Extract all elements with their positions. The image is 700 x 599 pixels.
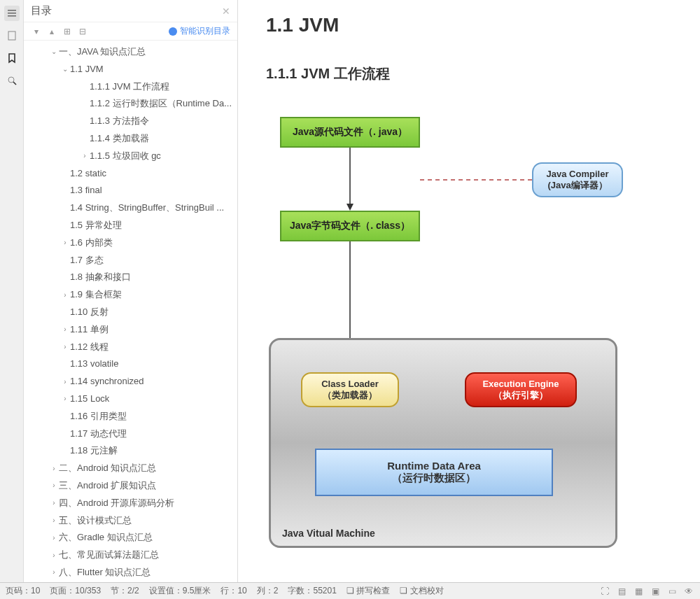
chevron-right-icon[interactable]: › (49, 480, 59, 491)
chevron-down-icon[interactable]: ⌄ (49, 46, 59, 57)
toc-item[interactable]: ›四、Android 开源库源码分析 (24, 495, 237, 512)
chevron-right-icon[interactable]: › (49, 567, 59, 578)
page-icon[interactable] (4, 28, 20, 43)
toc-item-label: 五、设计模式汇总 (59, 514, 132, 528)
toc-item[interactable]: 1.1.2 运行时数据区（Runtime Da... (24, 95, 237, 113)
toc-item[interactable]: 1.2 static (24, 165, 237, 183)
toc-item[interactable]: 1.10 反射 (24, 304, 237, 321)
close-icon[interactable]: ✕ (222, 6, 230, 17)
toc-item[interactable]: 1.17 动态代理 (24, 425, 237, 443)
toc-item[interactable]: ⌄一、JAVA 知识点汇总 (24, 43, 237, 61)
chevron-right-icon[interactable]: › (60, 237, 70, 248)
toc-item[interactable]: ›1.15 Lock (24, 390, 237, 408)
toc-item[interactable]: 1.1.4 类加载器 (24, 130, 237, 148)
expand-all-icon[interactable]: ▾ (31, 26, 42, 37)
bookmark-icon[interactable] (4, 50, 20, 66)
view-mode-2-icon[interactable]: ▦ (633, 586, 644, 597)
jvm-container: Java Vitual Machine (269, 338, 617, 548)
status-col[interactable]: 列：2 (257, 585, 279, 597)
toc-item-label: 1.9 集合框架 (70, 288, 122, 302)
toc-item[interactable]: ›1.9 集合框架 (24, 286, 237, 304)
eye-icon[interactable]: 👁 (683, 586, 694, 597)
status-page[interactable]: 页面：10/353 (50, 585, 101, 597)
toc-item-label: 1.15 Lock (70, 392, 109, 407)
chevron-right-icon[interactable]: › (49, 463, 59, 474)
toc-item[interactable]: ›七、常见面试算法题汇总 (24, 547, 237, 564)
chevron-right-icon[interactable]: › (60, 341, 70, 353)
toc-item[interactable]: 1.18 元注解 (24, 442, 237, 460)
smart-toc-button[interactable]: 智能识别目录 (169, 25, 230, 37)
chevron-right-icon[interactable]: › (49, 515, 59, 526)
view-mode-4-icon[interactable]: ▭ (666, 586, 678, 597)
toc-item-label: 八、Flutter 知识点汇总 (59, 565, 150, 580)
svg-marker-7 (346, 204, 354, 211)
toc-item[interactable]: 1.5 异常处理 (24, 217, 237, 234)
chevron-right-icon[interactable]: › (60, 324, 70, 335)
toc-item[interactable]: ⌄1.1 JVM (24, 61, 237, 78)
toc-item[interactable]: ›1.12 线程 (24, 339, 237, 356)
heading-1: 1.1 JVM (266, 14, 672, 36)
chevron-right-icon[interactable]: › (49, 550, 59, 561)
toc-item-label: 1.1.1 JVM 工作流程 (90, 80, 169, 94)
toc-item[interactable]: 1.1.3 方法指令 (24, 113, 237, 130)
toc-item[interactable]: ›二、Android 知识点汇总 (24, 460, 237, 477)
chevron-right-icon[interactable]: › (60, 376, 70, 388)
toc-item[interactable]: 1.8 抽象和接口 (24, 269, 237, 286)
status-page-num[interactable]: 页码：10 (6, 585, 40, 597)
toc-item[interactable]: 1.1.1 JVM 工作流程 (24, 78, 237, 96)
minus-icon[interactable]: ⊟ (77, 26, 88, 37)
toc-item[interactable]: 1.13 volatile (24, 355, 237, 373)
chevron-right-icon[interactable]: › (80, 150, 90, 162)
chevron-right-icon[interactable]: › (60, 393, 70, 404)
toc-item-label: 六、Gradle 知识点汇总 (59, 530, 153, 545)
status-spellcheck[interactable]: 拼写检查 (356, 586, 390, 596)
class-loader-box: Class Loader（类加载器） (301, 372, 399, 407)
toc-item-label: 1.7 多态 (70, 253, 104, 268)
toc-item[interactable]: ›1.1.5 垃圾回收 gc (24, 148, 237, 165)
outline-sidebar: 目录 ✕ ▾ ▴ ⊞ ⊟ 智能识别目录 ⌄一、JAVA 知识点汇总⌄1.1 JV… (24, 0, 238, 582)
plus-icon[interactable]: ⊞ (62, 26, 73, 37)
toc-item[interactable]: ›八、Flutter 知识点汇总 (24, 564, 237, 582)
toc-item[interactable]: ›1.6 内部类 (24, 234, 237, 252)
toc-item-label: 1.5 异常处理 (70, 218, 122, 233)
toc-item-label: 1.2 static (70, 167, 106, 181)
status-section[interactable]: 节：2/2 (111, 585, 139, 597)
view-mode-1-icon[interactable]: ▤ (616, 586, 627, 597)
execution-engine-box: Execution Engine（执行引擎） (465, 372, 577, 407)
toc-item-label: 1.11 单例 (70, 323, 108, 337)
status-chars[interactable]: 字数：55201 (288, 585, 336, 597)
toc-item[interactable]: ›六、Gradle 知识点汇总 (24, 529, 237, 547)
toc-item[interactable]: ›三、Android 扩展知识点 (24, 477, 237, 495)
toc-item[interactable]: 1.7 多态 (24, 252, 237, 269)
svg-rect-3 (8, 31, 15, 40)
status-row[interactable]: 行：10 (220, 585, 246, 597)
toc-item[interactable]: 1.3 final (24, 182, 237, 199)
svg-rect-1 (8, 13, 16, 14)
chevron-right-icon[interactable]: › (60, 290, 70, 301)
toc-item-label: 1.18 元注解 (70, 444, 118, 458)
toc-item-label: 二、Android 知识点汇总 (59, 461, 156, 476)
chevron-right-icon[interactable]: › (49, 498, 59, 509)
toc-item[interactable]: 1.4 String、StringBuffer、StringBuil ... (24, 199, 237, 217)
java-class-box: Java字节码文件（. class） (280, 211, 420, 241)
toc-item[interactable]: ›五、设计模式汇总 (24, 512, 237, 530)
java-source-box: Java源代码文件（. java） (280, 117, 420, 148)
toc-item-label: 1.8 抽象和接口 (70, 270, 131, 285)
toc-item[interactable]: ›1.14 synchronized (24, 373, 237, 390)
status-setting[interactable]: 设置值：9.5厘米 (149, 585, 211, 597)
collapse-all-icon[interactable]: ▴ (46, 26, 57, 37)
chevron-right-icon[interactable]: › (49, 533, 59, 544)
status-doccheck[interactable]: 文档校对 (410, 586, 444, 596)
toc-item-label: 一、JAVA 知识点汇总 (59, 45, 146, 59)
smart-toc-icon (169, 27, 177, 36)
svg-rect-0 (8, 10, 16, 11)
toc-item[interactable]: ›1.11 单例 (24, 321, 237, 339)
outline-icon[interactable] (4, 6, 20, 21)
toc-item-label: 1.10 反射 (70, 305, 108, 320)
view-mode-3-icon[interactable]: ▣ (650, 586, 661, 597)
toc-tree[interactable]: ⌄一、JAVA 知识点汇总⌄1.1 JVM1.1.1 JVM 工作流程1.1.2… (24, 41, 237, 582)
chevron-down-icon[interactable]: ⌄ (60, 64, 70, 75)
fullscreen-icon[interactable]: ⛶ (599, 586, 610, 597)
toc-item[interactable]: 1.16 引用类型 (24, 408, 237, 425)
search-icon[interactable] (4, 73, 20, 88)
